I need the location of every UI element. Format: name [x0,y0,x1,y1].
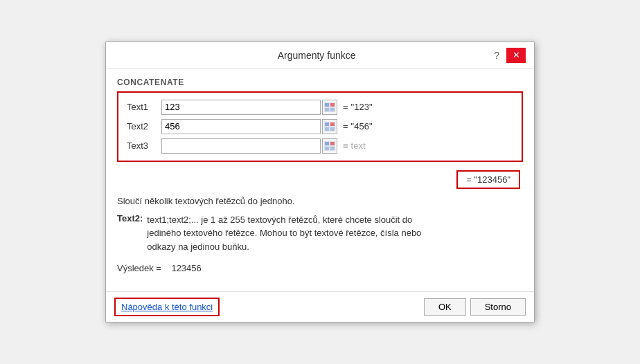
desc-label: Text2: [117,213,143,254]
svg-rect-13 [325,147,329,150]
dialog-body: CONCATENATE Text1 = "123" [106,69,534,289]
cancel-button[interactable]: Storno [470,298,526,316]
cell-ref-btn-text2[interactable] [322,119,337,134]
svg-rect-8 [325,127,329,131]
input-row-text3: Text3 = text [127,138,513,154]
result-eq-label: = [466,174,472,185]
desc-text: text1;text2;... je 1 až 255 textových ře… [147,213,421,254]
input-row-text1: Text1 = "123" [127,100,513,115]
result-box: = "123456" [456,170,520,189]
eq-sign-text3: = [343,140,348,151]
svg-rect-6 [325,122,329,126]
help-link[interactable]: Nápověda k této funkci [121,302,213,312]
function-name: CONCATENATE [117,78,523,87]
field-text2[interactable] [161,119,321,134]
result-eq-value: "123456" [474,174,510,185]
svg-rect-12 [330,142,335,145]
description-short: Sloučí několik textových řetězců do jedn… [117,196,523,206]
description-detail: Text2: text1;text2;... je 1 až 255 texto… [117,213,523,254]
close-button[interactable]: ✕ [506,48,526,63]
title-bar-controls: ? ✕ [491,48,526,63]
help-button[interactable]: ? [491,50,502,61]
result-line-prefix: Výsledek = [117,263,161,273]
label-text3: Text3 [127,140,161,151]
cell-ref-btn-text3[interactable] [322,138,337,154]
svg-rect-11 [325,142,329,145]
ok-button[interactable]: OK [424,298,466,316]
label-text2: Text2 [127,121,161,131]
field-text3[interactable] [161,138,321,154]
eq-value-text2: "456" [351,121,373,131]
result-line: Výsledek = 123456 [117,263,523,273]
field-text1[interactable] [161,100,321,115]
footer-buttons: OK Storno [424,298,526,316]
inputs-box: Text1 = "123" Text2 [117,91,523,162]
dialog-title: Argumenty funkce [142,50,491,61]
cell-ref-icon-text1 [324,102,335,112]
eq-sign-text2: = [343,121,348,131]
eq-sign-text1: = [343,102,348,112]
title-bar: Argumenty funkce ? ✕ [106,42,534,69]
svg-rect-14 [330,147,335,150]
cell-ref-btn-text1[interactable] [322,100,337,115]
label-text1: Text1 [127,102,161,112]
result-row: = "123456" [117,170,523,189]
eq-value-text1: "123" [351,102,373,112]
result-line-value: 123456 [171,263,201,273]
dialog-window: Argumenty funkce ? ✕ CONCATENATE Text1 [105,42,535,323]
svg-rect-7 [330,122,335,126]
cell-ref-icon-text3 [324,141,335,151]
cell-ref-icon-text2 [324,122,335,131]
svg-rect-3 [325,108,329,111]
help-link-box: Nápověda k této funkci [114,298,220,316]
eq-value-text3-muted: text [351,140,366,151]
svg-rect-9 [330,127,335,131]
input-row-text2: Text2 = "456" [127,119,513,134]
svg-rect-4 [330,108,335,111]
footer: Nápověda k této funkci OK Storno [106,291,534,322]
svg-rect-1 [325,103,329,107]
svg-rect-2 [330,103,335,107]
